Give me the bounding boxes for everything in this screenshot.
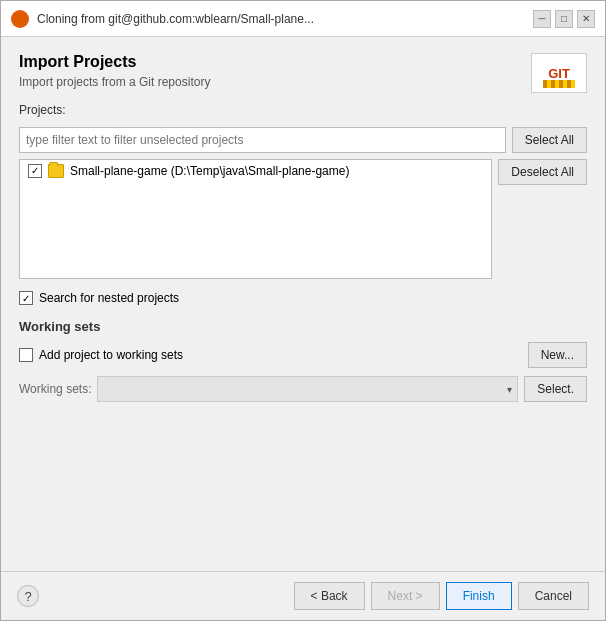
working-sets-select-wrap: ▾	[97, 376, 518, 402]
back-button[interactable]: < Back	[294, 582, 365, 610]
list-area: Small-plane-game (D:\Temp\java\Small-pla…	[19, 159, 587, 279]
page-title: Import Projects	[19, 53, 210, 71]
finish-button[interactable]: Finish	[446, 582, 512, 610]
working-sets-row-label: Working sets:	[19, 382, 91, 396]
close-button[interactable]: ✕	[577, 10, 595, 28]
footer-bar: ? < Back Next > Finish Cancel	[1, 571, 605, 620]
window-title: Cloning from git@github.com:wblearn/Smal…	[37, 12, 525, 26]
list-item[interactable]: Small-plane-game (D:\Temp\java\Small-pla…	[20, 160, 491, 182]
select-working-set-button[interactable]: Select.	[524, 376, 587, 402]
add-to-working-sets-row: Add project to working sets New...	[19, 342, 587, 368]
filter-row: Select All	[19, 127, 587, 153]
select-all-button[interactable]: Select All	[512, 127, 587, 153]
project-name: Small-plane-game (D:\Temp\java\Small-pla…	[70, 164, 349, 178]
folder-icon	[48, 164, 64, 178]
title-bar: Cloning from git@github.com:wblearn/Smal…	[1, 1, 605, 37]
filter-input[interactable]	[19, 127, 506, 153]
projects-label: Projects:	[19, 103, 587, 117]
nested-projects-label: Search for nested projects	[39, 291, 179, 305]
working-sets-title: Working sets	[19, 319, 587, 334]
projects-section: Projects: Select All Small-plane-game (D…	[19, 103, 587, 279]
footer-buttons: < Back Next > Finish Cancel	[294, 582, 589, 610]
project-checkbox[interactable]	[28, 164, 42, 178]
new-working-set-button[interactable]: New...	[528, 342, 587, 368]
projects-list: Small-plane-game (D:\Temp\java\Small-pla…	[19, 159, 492, 279]
next-button[interactable]: Next >	[371, 582, 440, 610]
page-subtitle: Import projects from a Git repository	[19, 75, 210, 89]
list-buttons: Deselect All	[498, 159, 587, 279]
window-icon	[11, 10, 29, 28]
working-sets-row: Working sets: ▾ Select.	[19, 376, 587, 402]
nested-projects-row: Search for nested projects	[19, 291, 587, 305]
nested-projects-checkbox[interactable]	[19, 291, 33, 305]
working-sets-select[interactable]	[97, 376, 518, 402]
deselect-all-button[interactable]: Deselect All	[498, 159, 587, 185]
cancel-button[interactable]: Cancel	[518, 582, 589, 610]
working-sets-section: Working sets Add project to working sets…	[19, 319, 587, 402]
add-working-sets-checkbox[interactable]	[19, 348, 33, 362]
header-text: Import Projects Import projects from a G…	[19, 53, 210, 89]
minimize-button[interactable]: ─	[533, 10, 551, 28]
window-controls: ─ □ ✕	[533, 10, 595, 28]
help-button[interactable]: ?	[17, 585, 39, 607]
header-section: Import Projects Import projects from a G…	[19, 53, 587, 93]
git-icon: GIT	[531, 53, 587, 93]
import-projects-window: Cloning from git@github.com:wblearn/Smal…	[0, 0, 606, 621]
main-content: Import Projects Import projects from a G…	[1, 37, 605, 571]
add-working-sets-label: Add project to working sets	[39, 348, 522, 362]
maximize-button[interactable]: □	[555, 10, 573, 28]
